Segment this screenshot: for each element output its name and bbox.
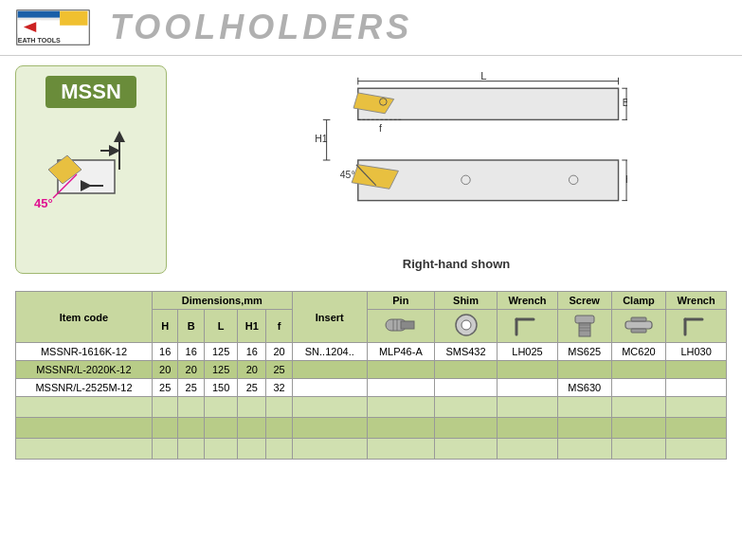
wrench1-3	[498, 379, 558, 397]
svg-rect-2	[18, 18, 60, 21]
col-l: L	[204, 310, 237, 343]
pin-3	[367, 379, 434, 397]
pin-2	[367, 361, 434, 379]
mssn-panel: MSSN 45°	[15, 65, 167, 274]
shim-1: SMS432	[434, 343, 497, 361]
technical-drawing: L f B H1 H	[286, 65, 627, 255]
col-wrench1-header: Wrench	[498, 292, 558, 310]
page-header: EATH TOOLS TOOLHOLDERS	[0, 0, 742, 56]
item-code-1: MSSNR-1616K-12	[16, 343, 153, 361]
b-1: 16	[178, 343, 205, 361]
svg-rect-56	[631, 329, 646, 333]
svg-text:B: B	[622, 98, 626, 108]
b-3: 25	[178, 379, 205, 397]
h1-3: 25	[238, 379, 266, 397]
col-insert: Insert	[292, 292, 367, 343]
l-1: 125	[204, 343, 237, 361]
wrench2-2	[666, 361, 727, 379]
table-row-empty	[16, 397, 727, 418]
clamp-3	[611, 379, 666, 397]
clamp-2	[611, 361, 666, 379]
shim-icon-cell	[434, 310, 497, 343]
wrench1-icon-cell	[498, 310, 558, 343]
svg-rect-27	[357, 160, 618, 201]
screw-2	[557, 361, 611, 379]
clamp-icon	[622, 312, 656, 338]
h-2: 20	[152, 361, 178, 379]
item-code-2: MSSNR/L-2020K-12	[16, 361, 153, 379]
clamp-icon-cell	[611, 310, 666, 343]
svg-text:H1: H1	[315, 134, 328, 144]
screw-icon-cell	[557, 310, 611, 343]
svg-marker-3	[60, 11, 87, 26]
svg-point-46	[461, 320, 471, 330]
main-content: MSSN 45°	[0, 56, 742, 283]
svg-text:45°: 45°	[339, 170, 354, 180]
mssn-diagram: 45°	[29, 117, 153, 250]
screw-icon	[568, 312, 602, 338]
col-clamp-header: Clamp	[611, 292, 666, 310]
shim-icon	[452, 312, 480, 338]
svg-rect-49	[575, 316, 594, 323]
screw-1: MS625	[557, 343, 611, 361]
wrench1-icon	[511, 312, 545, 338]
wrench2-1: LH030	[666, 343, 727, 361]
col-h1: H1	[238, 310, 266, 343]
table-row-empty	[16, 418, 727, 439]
pin-icon-cell	[367, 310, 434, 343]
svg-rect-1	[18, 11, 60, 18]
h1-1: 16	[238, 343, 266, 361]
wrench2-3	[666, 379, 727, 397]
l-3: 150	[204, 379, 237, 397]
pin-1: MLP46-A	[367, 343, 434, 361]
svg-rect-18	[357, 88, 618, 119]
svg-rect-54	[625, 321, 652, 329]
mssn-title: MSSN	[45, 76, 136, 108]
svg-text:45°: 45°	[34, 196, 53, 210]
f-2: 25	[266, 361, 293, 379]
h-3: 25	[152, 379, 178, 397]
col-wrench2-header: Wrench	[666, 292, 727, 310]
shim-3	[434, 379, 497, 397]
table-row: MSSNR/L-2525M-12 25 25 150 25 32 MS630	[16, 379, 727, 397]
logo-area: EATH TOOLS	[15, 9, 91, 46]
table-row: MSSNR/L-2020K-12 20 20 125 20 25	[16, 361, 727, 379]
svg-text:H: H	[625, 174, 627, 185]
svg-rect-42	[401, 321, 414, 329]
f-3: 32	[266, 379, 293, 397]
clamp-1: MC620	[611, 343, 666, 361]
table-section: Item code Dimensions,mm Insert Pin Shim …	[0, 283, 742, 475]
item-code-3: MSSNR/L-2525M-12	[16, 379, 153, 397]
col-pin-header: Pin	[367, 292, 434, 310]
col-dimensions: Dimensions,mm	[152, 292, 292, 310]
right-hand-label: Right-hand shown	[403, 257, 510, 271]
page-title: TOOLHOLDERS	[110, 8, 412, 47]
specifications-table: Item code Dimensions,mm Insert Pin Shim …	[15, 291, 727, 460]
insert-1: SN..1204..	[292, 343, 367, 361]
drawing-panel: L f B H1 H	[186, 65, 727, 274]
wrench2-icon-cell	[666, 310, 727, 343]
wrench1-2	[498, 361, 558, 379]
wrench2-icon	[679, 312, 714, 338]
table-header-row1: Item code Dimensions,mm Insert Pin Shim …	[16, 292, 727, 310]
col-item-code: Item code	[16, 292, 153, 343]
wrench1-1: LH025	[498, 343, 558, 361]
shim-2	[434, 361, 497, 379]
table-row: MSSNR-1616K-12 16 16 125 16 20 SN..1204.…	[16, 343, 727, 361]
svg-text:EATH TOOLS: EATH TOOLS	[18, 37, 61, 45]
col-shim-header: Shim	[434, 292, 497, 310]
svg-text:f: f	[379, 123, 382, 134]
table-row-empty	[16, 439, 727, 460]
col-f: f	[266, 310, 293, 343]
svg-rect-55	[631, 317, 646, 321]
col-screw-header: Screw	[557, 292, 611, 310]
h-1: 16	[152, 343, 178, 361]
screw-3: MS630	[557, 379, 611, 397]
b-2: 20	[178, 361, 205, 379]
insert-2	[292, 361, 367, 379]
f-1: 20	[266, 343, 293, 361]
h1-2: 20	[238, 361, 266, 379]
insert-3	[292, 379, 367, 397]
col-h: H	[152, 310, 178, 343]
svg-text:L: L	[480, 70, 486, 81]
